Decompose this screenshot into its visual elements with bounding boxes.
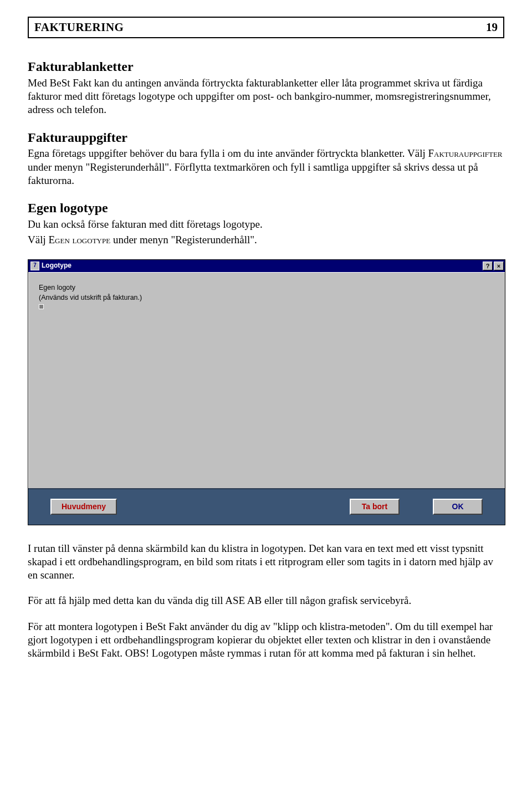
dialog-window: 7 Logotype ? × Egen logoty (Används vid … [28, 259, 505, 525]
page-title: FAKTURERING [34, 20, 124, 35]
help-button[interactable]: ? [483, 262, 493, 270]
heading-fakturablanketter: Fakturablanketter [28, 58, 504, 75]
section-fakturauppgifter: Fakturauppgifter Egna företags uppgifter… [28, 129, 504, 188]
hint-text: (Används vid utskrift på fakturan.) [39, 293, 495, 303]
heading-fakturauppgifter: Fakturauppgifter [28, 129, 504, 146]
section-fakturablanketter: Fakturablanketter Med BeSt Fakt kan du a… [28, 58, 504, 117]
heading-egen-logotype: Egen logotype [28, 199, 504, 217]
app-icon: 7 [30, 262, 39, 270]
close-button[interactable]: × [494, 262, 504, 270]
dialog-footer: Huvudmeny Ta bort OK [28, 488, 505, 525]
smallcaps-text: Egen logotype [48, 234, 110, 245]
section-egen-logotype: Egen logotype Du kan också förse faktura… [28, 199, 504, 247]
close-icon: × [497, 262, 500, 270]
help-icon: ? [486, 262, 490, 270]
selection-handle-icon[interactable] [39, 304, 44, 309]
body-text: För att montera logotypen i BeSt Fakt an… [28, 620, 504, 660]
body-text: Med BeSt Fakt kan du antingen använda fö… [28, 76, 504, 117]
window-title: Logotype [42, 262, 482, 270]
page-number: 19 [486, 20, 498, 35]
ok-button[interactable]: OK [433, 499, 483, 515]
titlebar[interactable]: 7 Logotype ? × [28, 260, 505, 272]
body-text: I rutan till vänster på denna skärmbild … [28, 542, 504, 582]
body-text: Välj Egen logotype under menyn "Register… [28, 233, 504, 247]
smallcaps-text: Fakturauppgifter [428, 147, 502, 159]
dialog-body: Egen logoty (Används vid utskrift på fak… [28, 272, 505, 488]
ta-bort-button[interactable]: Ta bort [350, 499, 400, 515]
page-header: FAKTURERING 19 [28, 17, 504, 38]
body-text: Egna företags uppgifter behöver du bara … [28, 147, 504, 187]
label-text: Egen logoty [39, 283, 495, 293]
body-text: För att få hjälp med detta kan du vända … [28, 594, 504, 607]
huvudmeny-button[interactable]: Huvudmeny [50, 499, 117, 515]
body-text: Du kan också förse fakturan med ditt för… [28, 218, 504, 231]
